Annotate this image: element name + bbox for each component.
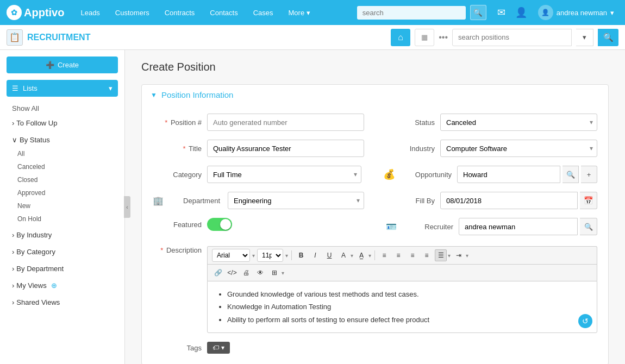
logo-icon: ✿	[7, 5, 22, 20]
status-select[interactable]: Canceled Approved New Closed On Hold	[440, 114, 597, 131]
font-family-select[interactable]: Arial	[212, 249, 250, 262]
nav-leads[interactable]: Leads	[77, 7, 103, 19]
fill-by-input[interactable]	[440, 192, 578, 209]
italic-button[interactable]: I	[309, 249, 321, 261]
chevron-right-icon-myviews: ›	[12, 281, 14, 290]
nav-more[interactable]: More ▾	[285, 7, 314, 19]
sidebar-group-to-follow-up: › To Follow Up	[7, 116, 118, 130]
editor-toolbar-2: 🔗 </> 🖨 👁 ⊞ ▾	[207, 264, 597, 281]
sidebar-status-on-hold[interactable]: On Hold	[7, 212, 118, 225]
nav-contracts[interactable]: Contracts	[161, 7, 198, 19]
nav-cases[interactable]: Cases	[250, 7, 277, 19]
form-field-opportunity: 💰 Opportunity 🔍 +	[383, 166, 597, 183]
form-field-fill-by: Fill By 📅	[386, 192, 597, 209]
underline-button[interactable]: U	[323, 249, 335, 261]
add-view-icon[interactable]: ⊕	[51, 281, 57, 290]
list-dropdown: ▾	[448, 253, 451, 259]
tags-button[interactable]: 🏷 ▾	[207, 342, 230, 354]
subnav-right: ⌂ ▦ ••• ▾ 🔍	[391, 29, 618, 46]
global-search-input[interactable]	[357, 6, 466, 20]
title-input[interactable]	[207, 140, 364, 157]
required-star3: *	[160, 246, 163, 254]
position-form-section: ▼ Position Information * Position # Stat…	[141, 84, 609, 364]
calendar-button[interactable]: 📅	[580, 192, 597, 209]
more-options-icon[interactable]: •••	[439, 33, 448, 42]
user-name: andrea newman	[557, 9, 607, 17]
section-header[interactable]: ▼ Position Information	[142, 85, 608, 105]
create-button[interactable]: ➕ Create	[7, 57, 118, 73]
logo-leaf: ✿	[11, 8, 17, 17]
bullet-list-button[interactable]: ☰	[435, 249, 447, 261]
category-select[interactable]: Full Time Part Time Contract Internship	[207, 166, 361, 183]
industry-select-wrap: Computer Software ▾	[440, 140, 597, 157]
featured-toggle-wrap	[207, 218, 364, 231]
department-select[interactable]: Engineering Marketing Sales HR Finance	[228, 192, 364, 209]
position-search-button[interactable]: 🔍	[598, 29, 618, 46]
align-left-button[interactable]: ≡	[378, 249, 390, 261]
mail-icon[interactable]: ✉	[495, 4, 508, 21]
chevron-right-icon-industry: ›	[12, 231, 14, 239]
sidebar-item-by-status[interactable]: ∨ By Status	[7, 133, 118, 147]
description-content[interactable]: Grounded knowledge of various test metho…	[207, 281, 597, 333]
sidebar-status-canceled[interactable]: Canceled	[7, 160, 118, 173]
bg-color-dropdown: ▾	[368, 253, 371, 259]
home-button[interactable]: ⌂	[391, 29, 410, 46]
font-size-select[interactable]: 11pt	[257, 249, 283, 262]
app-logo: ✿ Apptivo	[7, 5, 64, 20]
opportunity-input[interactable]	[457, 166, 560, 183]
chart-button[interactable]: ▦	[415, 29, 434, 46]
sidebar-item-by-category[interactable]: › By Category	[7, 244, 118, 259]
print-button[interactable]: 🖨	[240, 267, 252, 279]
sidebar-status-all[interactable]: All	[7, 147, 118, 160]
sidebar-status-new[interactable]: New	[7, 199, 118, 212]
global-search-button[interactable]: 🔍	[470, 5, 486, 20]
indent-dropdown: ▾	[466, 253, 468, 259]
nav-search-container: 🔍 ✉ 👤 👤 andrea newman ▾	[357, 3, 618, 22]
color-dropdown: ▾	[351, 253, 353, 259]
editor-refresh-button[interactable]: ↺	[578, 314, 592, 328]
form-field-title: * Title	[153, 140, 364, 157]
sub-navigation: 📋 RECRUITMENT ⌂ ▦ ••• ▾ 🔍	[0, 25, 625, 50]
sidebar-item-to-follow-up[interactable]: › To Follow Up	[7, 116, 118, 130]
recruiter-input[interactable]	[459, 218, 578, 235]
sidebar-item-by-department[interactable]: › By Department	[7, 261, 118, 276]
opportunity-add-button[interactable]: +	[581, 166, 597, 183]
sidebar-item-shared-views[interactable]: › Shared Views	[7, 295, 118, 310]
sidebar-status-closed[interactable]: Closed	[7, 173, 118, 186]
industry-select[interactable]: Computer Software	[440, 140, 597, 157]
sidebar-status-approved[interactable]: Approved	[7, 186, 118, 199]
nav-customers[interactable]: Customers	[112, 7, 153, 19]
app-section-title: 📋 RECRUITMENT	[7, 29, 90, 46]
align-center-button[interactable]: ≡	[392, 249, 404, 261]
top-navigation: ✿ Apptivo Leads Customers Contracts Cont…	[0, 0, 625, 25]
toggle-knob	[220, 219, 231, 230]
position-num-input[interactable]	[207, 114, 364, 131]
preview-button[interactable]: 👁	[254, 267, 266, 279]
sidebar-item-my-views[interactable]: › My Views ⊕	[7, 278, 118, 293]
recruiter-search-button[interactable]: 🔍	[580, 218, 597, 235]
position-search-input[interactable]	[452, 29, 572, 46]
align-right-button[interactable]: ≡	[407, 249, 418, 261]
form-field-position-num: * Position #	[153, 114, 364, 131]
link-button[interactable]: 🔗	[212, 267, 224, 279]
featured-toggle[interactable]	[207, 218, 232, 231]
user-icon[interactable]: 👤	[513, 4, 529, 21]
tags-label: Tags	[153, 344, 202, 352]
opportunity-search-button[interactable]: 🔍	[562, 166, 579, 183]
user-profile[interactable]: 👤 andrea newman ▾	[534, 3, 618, 22]
sidebar-item-by-industry[interactable]: › By Industry	[7, 228, 118, 242]
table-button[interactable]: ⊞	[268, 267, 280, 279]
indent-button[interactable]: ⇥	[453, 249, 465, 261]
code-button[interactable]: </>	[226, 267, 238, 279]
required-star2: *	[183, 145, 185, 153]
page-title: Create Position	[141, 61, 609, 73]
font-color-button[interactable]: A	[338, 249, 349, 261]
nav-contacts[interactable]: Contacts	[207, 7, 241, 19]
sidebar-item-show-all[interactable]: Show All	[7, 101, 118, 116]
background-color-button[interactable]: A̲	[355, 249, 367, 261]
justify-button[interactable]: ≡	[421, 249, 433, 261]
sidebar-collapse-handle[interactable]: ‹	[124, 196, 130, 218]
position-search-dropdown[interactable]: ▾	[576, 29, 593, 46]
bold-button[interactable]: B	[295, 249, 307, 261]
lists-section[interactable]: ☰ Lists ▾	[7, 80, 118, 97]
